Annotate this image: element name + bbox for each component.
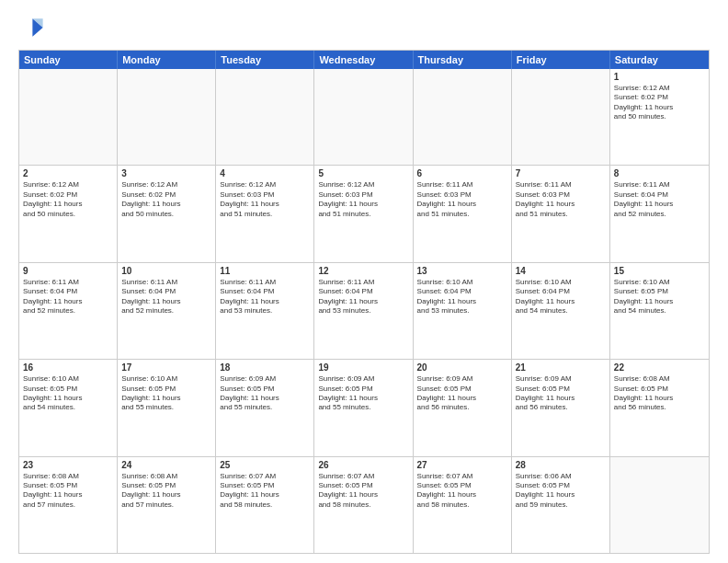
day-number: 15	[614, 266, 705, 276]
day-cell-17: 17Sunrise: 6:10 AM Sunset: 6:05 PM Dayli…	[118, 360, 216, 455]
day-info: Sunrise: 6:12 AM Sunset: 6:02 PM Dayligh…	[614, 84, 705, 122]
day-info: Sunrise: 6:07 AM Sunset: 6:05 PM Dayligh…	[417, 472, 507, 511]
day-cell-empty	[610, 457, 709, 553]
day-cell-3: 3Sunrise: 6:12 AM Sunset: 6:02 PM Daylig…	[118, 166, 216, 261]
weekday-header-tuesday: Tuesday	[216, 51, 314, 69]
weekday-header-wednesday: Wednesday	[314, 51, 413, 69]
day-number: 12	[318, 266, 408, 276]
day-cell-8: 8Sunrise: 6:11 AM Sunset: 6:04 PM Daylig…	[610, 166, 709, 261]
calendar-row-2: 2Sunrise: 6:12 AM Sunset: 6:02 PM Daylig…	[19, 166, 709, 262]
day-number: 6	[417, 168, 507, 178]
day-info: Sunrise: 6:07 AM Sunset: 6:05 PM Dayligh…	[318, 472, 408, 511]
day-number: 13	[417, 266, 507, 276]
day-cell-14: 14Sunrise: 6:10 AM Sunset: 6:04 PM Dayli…	[512, 263, 610, 359]
day-cell-13: 13Sunrise: 6:10 AM Sunset: 6:04 PM Dayli…	[414, 263, 512, 359]
day-info: Sunrise: 6:11 AM Sunset: 6:04 PM Dayligh…	[121, 278, 211, 316]
day-number: 14	[516, 266, 606, 276]
day-info: Sunrise: 6:11 AM Sunset: 6:04 PM Dayligh…	[220, 278, 310, 316]
day-info: Sunrise: 6:10 AM Sunset: 6:04 PM Dayligh…	[417, 278, 507, 316]
calendar-row-4: 16Sunrise: 6:10 AM Sunset: 6:05 PM Dayli…	[19, 360, 709, 456]
weekday-header-monday: Monday	[118, 51, 216, 69]
calendar-row-5: 23Sunrise: 6:08 AM Sunset: 6:05 PM Dayli…	[19, 457, 709, 553]
day-cell-16: 16Sunrise: 6:10 AM Sunset: 6:05 PM Dayli…	[19, 360, 118, 455]
day-info: Sunrise: 6:11 AM Sunset: 6:03 PM Dayligh…	[516, 180, 606, 219]
day-info: Sunrise: 6:12 AM Sunset: 6:03 PM Dayligh…	[220, 180, 310, 219]
day-cell-empty	[19, 69, 118, 165]
day-number: 19	[318, 362, 408, 373]
day-number: 7	[516, 168, 606, 178]
page: SundayMondayTuesdayWednesdayThursdayFrid…	[0, 0, 728, 563]
day-cell-27: 27Sunrise: 6:07 AM Sunset: 6:05 PM Dayli…	[414, 457, 512, 553]
day-info: Sunrise: 6:10 AM Sunset: 6:05 PM Dayligh…	[121, 374, 211, 413]
weekday-header-saturday: Saturday	[610, 51, 709, 69]
day-info: Sunrise: 6:10 AM Sunset: 6:05 PM Dayligh…	[614, 278, 705, 316]
day-number: 2	[23, 168, 113, 178]
day-number: 11	[220, 266, 310, 276]
day-cell-empty	[216, 69, 314, 165]
calendar-row-1: 1Sunrise: 6:12 AM Sunset: 6:02 PM Daylig…	[19, 69, 709, 166]
weekday-header-sunday: Sunday	[19, 51, 118, 69]
day-number: 17	[121, 362, 211, 373]
day-info: Sunrise: 6:09 AM Sunset: 6:05 PM Dayligh…	[318, 374, 408, 413]
weekday-header-friday: Friday	[512, 51, 610, 69]
day-cell-empty	[512, 69, 610, 165]
logo-icon	[18, 15, 44, 40]
day-cell-21: 21Sunrise: 6:09 AM Sunset: 6:05 PM Dayli…	[512, 360, 610, 455]
day-info: Sunrise: 6:08 AM Sunset: 6:05 PM Dayligh…	[614, 374, 705, 413]
calendar-body: 1Sunrise: 6:12 AM Sunset: 6:02 PM Daylig…	[19, 69, 709, 553]
calendar-header: SundayMondayTuesdayWednesdayThursdayFrid…	[19, 51, 709, 69]
day-number: 4	[220, 168, 310, 178]
day-cell-19: 19Sunrise: 6:09 AM Sunset: 6:05 PM Dayli…	[314, 360, 413, 455]
day-info: Sunrise: 6:10 AM Sunset: 6:04 PM Dayligh…	[516, 278, 606, 316]
day-cell-6: 6Sunrise: 6:11 AM Sunset: 6:03 PM Daylig…	[414, 166, 512, 261]
day-number: 8	[614, 168, 705, 178]
day-cell-20: 20Sunrise: 6:09 AM Sunset: 6:05 PM Dayli…	[414, 360, 512, 455]
header	[18, 15, 710, 40]
day-info: Sunrise: 6:10 AM Sunset: 6:05 PM Dayligh…	[23, 374, 113, 413]
day-number: 24	[121, 460, 211, 470]
day-cell-empty	[414, 69, 512, 165]
day-info: Sunrise: 6:11 AM Sunset: 6:04 PM Dayligh…	[318, 278, 408, 316]
day-number: 26	[318, 460, 408, 470]
day-cell-9: 9Sunrise: 6:11 AM Sunset: 6:04 PM Daylig…	[19, 263, 118, 359]
day-number: 20	[417, 362, 507, 373]
day-number: 21	[516, 362, 606, 373]
day-cell-12: 12Sunrise: 6:11 AM Sunset: 6:04 PM Dayli…	[314, 263, 413, 359]
day-number: 22	[614, 362, 705, 373]
day-number: 9	[23, 266, 113, 276]
day-info: Sunrise: 6:12 AM Sunset: 6:02 PM Dayligh…	[23, 180, 113, 219]
day-number: 16	[23, 362, 113, 373]
day-number: 18	[220, 362, 310, 373]
calendar: SundayMondayTuesdayWednesdayThursdayFrid…	[18, 50, 710, 554]
day-cell-11: 11Sunrise: 6:11 AM Sunset: 6:04 PM Dayli…	[216, 263, 314, 359]
day-number: 27	[417, 460, 507, 470]
weekday-header-thursday: Thursday	[414, 51, 512, 69]
day-info: Sunrise: 6:08 AM Sunset: 6:05 PM Dayligh…	[23, 472, 113, 511]
day-cell-15: 15Sunrise: 6:10 AM Sunset: 6:05 PM Dayli…	[610, 263, 709, 359]
day-number: 5	[318, 168, 408, 178]
day-info: Sunrise: 6:12 AM Sunset: 6:02 PM Dayligh…	[121, 180, 211, 219]
day-cell-26: 26Sunrise: 6:07 AM Sunset: 6:05 PM Dayli…	[314, 457, 413, 553]
day-cell-23: 23Sunrise: 6:08 AM Sunset: 6:05 PM Dayli…	[19, 457, 118, 553]
day-cell-22: 22Sunrise: 6:08 AM Sunset: 6:05 PM Dayli…	[610, 360, 709, 455]
logo	[18, 15, 48, 40]
day-info: Sunrise: 6:08 AM Sunset: 6:05 PM Dayligh…	[121, 472, 211, 511]
day-cell-5: 5Sunrise: 6:12 AM Sunset: 6:03 PM Daylig…	[314, 166, 413, 261]
day-number: 28	[516, 460, 606, 470]
day-number: 25	[220, 460, 310, 470]
day-cell-24: 24Sunrise: 6:08 AM Sunset: 6:05 PM Dayli…	[118, 457, 216, 553]
day-number: 23	[23, 460, 113, 470]
day-cell-18: 18Sunrise: 6:09 AM Sunset: 6:05 PM Dayli…	[216, 360, 314, 455]
day-info: Sunrise: 6:09 AM Sunset: 6:05 PM Dayligh…	[220, 374, 310, 413]
day-info: Sunrise: 6:09 AM Sunset: 6:05 PM Dayligh…	[516, 374, 606, 413]
day-cell-7: 7Sunrise: 6:11 AM Sunset: 6:03 PM Daylig…	[512, 166, 610, 261]
day-info: Sunrise: 6:12 AM Sunset: 6:03 PM Dayligh…	[318, 180, 408, 219]
day-cell-empty	[314, 69, 413, 165]
calendar-row-3: 9Sunrise: 6:11 AM Sunset: 6:04 PM Daylig…	[19, 263, 709, 360]
day-number: 1	[614, 72, 705, 82]
day-cell-28: 28Sunrise: 6:06 AM Sunset: 6:05 PM Dayli…	[512, 457, 610, 553]
day-info: Sunrise: 6:11 AM Sunset: 6:04 PM Dayligh…	[23, 278, 113, 316]
day-number: 10	[121, 266, 211, 276]
day-info: Sunrise: 6:11 AM Sunset: 6:04 PM Dayligh…	[614, 180, 705, 219]
day-cell-1: 1Sunrise: 6:12 AM Sunset: 6:02 PM Daylig…	[610, 69, 709, 165]
